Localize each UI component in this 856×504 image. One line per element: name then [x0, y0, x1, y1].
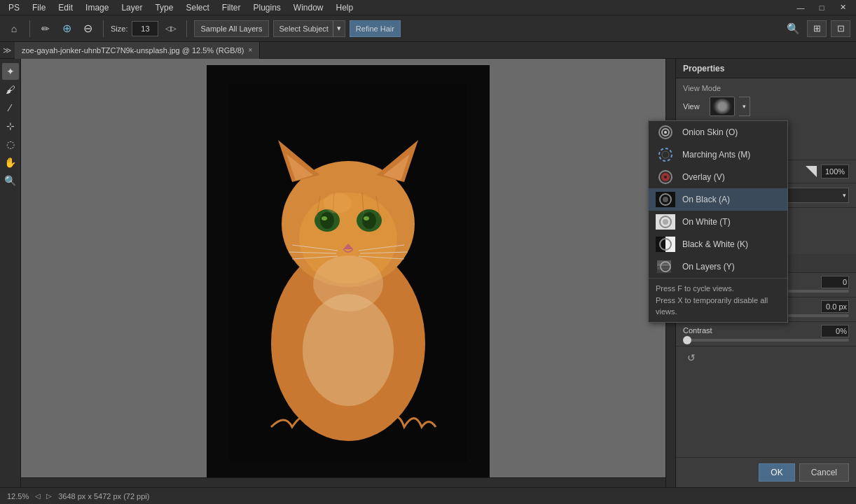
preview-slider-thumb[interactable] [806, 166, 817, 177]
dropdown-item-on-black[interactable]: On Black (A) [649, 188, 787, 211]
menu-layer[interactable]: Layer [116, 1, 148, 14]
zoom-tool-icon[interactable]: 🔍 [2, 172, 19, 189]
paint-tool-icon[interactable]: 🖌 [2, 81, 19, 98]
dropdown-item-on-layers[interactable]: On Layers (Y) [649, 255, 787, 278]
on-white-icon [656, 214, 675, 230]
dropdown-item-black-white[interactable]: Black & White (K) [649, 233, 787, 255]
onion-skin-label: Onion Skin (O) [682, 127, 738, 137]
search-icon[interactable]: 🔍 [783, 19, 803, 38]
left-tool-panel: ✦ 🖌 ⁄ ⊹ ◌ ✋ 🔍 [0, 59, 21, 487]
lasso-tool-icon[interactable]: ◌ [2, 136, 19, 153]
subtract-tool-icon[interactable]: ⊖ [79, 20, 96, 37]
dropdown-item-overlay[interactable]: Overlay (V) [649, 166, 787, 188]
menu-window[interactable]: Window [288, 1, 329, 14]
menu-type[interactable]: Type [149, 1, 179, 14]
svg-point-35 [664, 176, 667, 178]
overlay-icon [656, 169, 675, 185]
contrast-label: Contrast [683, 326, 712, 335]
on-black-label: On Black (A) [682, 195, 730, 204]
menu-file[interactable]: File [27, 1, 51, 14]
view-thumb-inner [712, 99, 732, 114]
canvas-background [21, 59, 675, 487]
maximize-button[interactable]: □ [811, 0, 832, 15]
tab-bar: ≫ zoe-gayah-jonker-uhnbTZC7N9k-unsplash.… [0, 42, 856, 59]
brush-tool-icon[interactable]: ✏ [37, 20, 54, 37]
dropdown-item-marching-ants[interactable]: Marching Ants (M) [649, 144, 787, 166]
on-white-label: On White (T) [682, 217, 731, 227]
svg-point-13 [364, 216, 369, 220]
contrast-value: 0% [821, 325, 849, 337]
sample-all-layers-button[interactable]: Sample All Layers [194, 20, 268, 37]
onion-skin-icon [656, 125, 675, 140]
on-black-icon [656, 192, 675, 207]
svg-point-10 [320, 212, 334, 229]
view-layout-button[interactable]: ⊡ [831, 20, 850, 37]
svg-point-27 [324, 192, 352, 214]
refine-hair-button[interactable]: Refine Hair [350, 20, 401, 37]
view-label: View [683, 102, 705, 111]
dropdown-hint-line1: Press F to cycle views. [656, 283, 780, 295]
select-subject-button[interactable]: Select Subject [273, 20, 333, 37]
contrast-slider-thumb[interactable] [683, 336, 691, 344]
menu-plugins[interactable]: Plugins [247, 1, 286, 14]
toolbar-separator-1 [29, 20, 30, 37]
menu-filter[interactable]: Filter [216, 1, 247, 14]
select-subject-dropdown[interactable]: ▾ [333, 20, 345, 37]
status-bar: 12.5% ◁ ▷ 3648 px x 5472 px (72 ppi) [0, 487, 856, 504]
scroll-horizontal[interactable] [21, 477, 665, 487]
file-tab[interactable]: zoe-gayah-jonker-uhnbTZC7N9k-unsplash.jp… [15, 42, 260, 59]
canvas-area[interactable] [21, 59, 675, 487]
view-mode-label: View Mode [683, 84, 849, 92]
view-dropdown-arrow-icon[interactable]: ▾ [739, 97, 750, 116]
svg-point-32 [662, 151, 669, 158]
menu-image[interactable]: Image [80, 1, 114, 14]
tab-expand-left-icon[interactable]: ≫ [0, 43, 15, 58]
dropdown-item-on-white[interactable]: On White (T) [649, 211, 787, 233]
selection-tool-icon[interactable]: ✦ [2, 63, 19, 80]
transform-tool-icon[interactable]: ⊹ [2, 118, 19, 134]
view-row: View ▾ [683, 97, 849, 116]
close-button[interactable]: ✕ [832, 0, 853, 15]
home-icon[interactable]: ⌂ [6, 20, 22, 37]
menu-help[interactable]: Help [331, 1, 359, 14]
toolbar-separator-2 [103, 20, 104, 37]
reset-button[interactable]: ↺ [683, 349, 700, 366]
eyedropper-tool-icon[interactable]: ⁄ [2, 99, 19, 116]
panel-footer: OK Cancel [676, 457, 856, 487]
status-nav-prev[interactable]: ◁ [33, 492, 43, 500]
svg-point-12 [322, 216, 327, 220]
image-dimensions: 3648 px x 5472 px (72 ppi) [58, 492, 149, 500]
select-subject-wrap: Select Subject ▾ [273, 20, 345, 37]
dropdown-hint-line2: Press X to temporarily disable all views… [656, 295, 780, 318]
menu-ps[interactable]: PS [3, 1, 25, 14]
minimize-button[interactable]: — [790, 0, 811, 15]
size-input[interactable] [132, 21, 158, 36]
svg-point-11 [362, 212, 376, 229]
reset-row: ↺ [676, 346, 856, 369]
cancel-button[interactable]: Cancel [799, 463, 849, 482]
on-layers-label: On Layers (Y) [682, 262, 735, 272]
status-nav-next[interactable]: ▷ [44, 492, 54, 500]
contrast-slider-track [683, 339, 849, 342]
menu-edit[interactable]: Edit [53, 1, 78, 14]
svg-point-41 [663, 219, 668, 225]
tab-close-icon[interactable]: × [248, 46, 252, 54]
svg-point-38 [663, 197, 668, 202]
view-toggle-button[interactable]: ⊞ [807, 20, 827, 37]
contrast-item: Contrast 0% [676, 322, 856, 346]
menu-bar: PS File Edit Image Layer Type Select Fil… [0, 0, 856, 15]
size-slider-icon[interactable]: ◁▷ [163, 20, 179, 37]
view-thumbnail[interactable] [710, 97, 735, 116]
status-nav: ◁ ▷ [33, 492, 54, 500]
tab-filename: zoe-gayah-jonker-uhnbTZC7N9k-unsplash.jp… [22, 46, 244, 55]
view-mode-dropdown: Onion Skin (O) Marching Ants (M) Overlay… [648, 120, 788, 323]
dropdown-item-onion-skin[interactable]: Onion Skin (O) [649, 121, 787, 144]
svg-point-30 [664, 131, 667, 134]
smooth-value: 0 [821, 276, 849, 288]
ok-button[interactable]: OK [759, 463, 794, 482]
menu-select[interactable]: Select [180, 1, 214, 14]
window-controls: — □ ✕ [790, 0, 853, 15]
add-tool-icon[interactable]: ⊕ [58, 20, 75, 37]
hand-tool-icon[interactable]: ✋ [2, 154, 19, 171]
properties-header: Properties [676, 59, 856, 78]
